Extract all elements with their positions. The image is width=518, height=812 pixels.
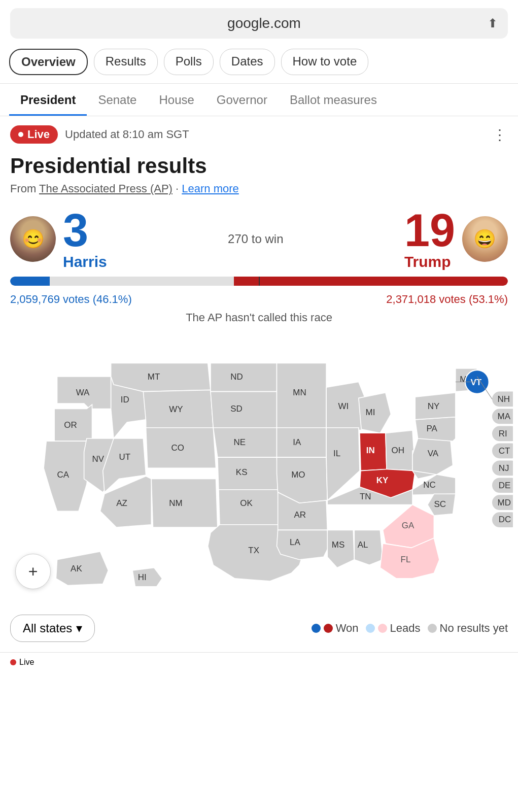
- svg-text:NV: NV: [92, 454, 105, 464]
- svg-text:NM: NM: [169, 498, 182, 508]
- svg-text:TX: TX: [248, 546, 259, 555]
- candidate-row: 😊 3 Harris 270 to win 19 Trump 😄: [10, 208, 508, 270]
- uncalled-text: The AP hasn't called this race: [10, 311, 508, 324]
- svg-text:PA: PA: [427, 424, 438, 433]
- legend-lightblue-dot: [366, 624, 375, 633]
- svg-text:WY: WY: [169, 404, 183, 414]
- svg-text:HI: HI: [138, 572, 147, 582]
- svg-text:IA: IA: [293, 437, 301, 447]
- zoom-button[interactable]: +: [15, 554, 51, 589]
- trump-electoral-votes: 19: [404, 208, 455, 253]
- svg-text:MS: MS: [332, 540, 344, 550]
- state-KS[interactable]: [218, 457, 278, 490]
- bottom-live-dot: [10, 659, 16, 665]
- svg-text:AK: AK: [71, 564, 82, 573]
- svg-text:CO: CO: [171, 443, 184, 453]
- legend-lightred-dot: [378, 624, 387, 633]
- svg-text:LA: LA: [290, 537, 300, 547]
- legend-blue-dot: [312, 624, 321, 633]
- nav-chip-polls[interactable]: Polls: [164, 49, 214, 75]
- svg-text:MT: MT: [148, 372, 160, 382]
- svg-text:WI: WI: [338, 401, 349, 411]
- svg-text:OH: OH: [392, 446, 404, 455]
- svg-text:KS: KS: [236, 467, 248, 477]
- vote-counts: 2,059,769 votes (46.1%) 2,371,018 votes …: [10, 293, 508, 306]
- svg-text:OK: OK: [240, 498, 253, 508]
- trump-avatar: 😄: [462, 216, 508, 262]
- state-IA[interactable]: [277, 428, 327, 457]
- state-NM[interactable]: [151, 479, 218, 528]
- state-MT[interactable]: [111, 363, 211, 391]
- svg-text:VT: VT: [471, 378, 482, 387]
- svg-text:IN: IN: [366, 446, 375, 455]
- svg-text:OR: OR: [64, 420, 77, 430]
- state-SD[interactable]: [211, 392, 277, 428]
- state-ND[interactable]: [211, 363, 277, 391]
- legend-no-results: No results yet: [428, 622, 508, 635]
- tab-president[interactable]: President: [9, 84, 87, 116]
- svg-text:CA: CA: [57, 470, 70, 480]
- bottom-controls: All states ▾ Won Leads No results yet: [0, 610, 518, 652]
- svg-text:SC: SC: [434, 499, 446, 509]
- svg-text:MI: MI: [366, 408, 375, 417]
- bottom-partial: Live: [0, 652, 518, 672]
- legend-red-dot: [324, 624, 333, 633]
- svg-text:RI: RI: [499, 429, 507, 438]
- svg-text:GA: GA: [402, 521, 415, 530]
- nav-chip-results[interactable]: Results: [94, 49, 158, 75]
- tab-senate[interactable]: Senate: [87, 84, 148, 116]
- live-badge: Live: [10, 125, 58, 144]
- tab-house[interactable]: House: [148, 84, 205, 116]
- top-nav: Overview Results Polls Dates How to vote: [0, 44, 518, 84]
- svg-text:ND: ND: [230, 372, 243, 382]
- source-prefix: From: [10, 182, 39, 195]
- svg-text:NH: NH: [498, 394, 510, 404]
- svg-text:MA: MA: [498, 412, 511, 421]
- legend-no-results-label: No results yet: [440, 622, 508, 635]
- legend-leads-label: Leads: [390, 622, 421, 635]
- trump-progress: [234, 277, 508, 286]
- svg-text:IL: IL: [333, 449, 340, 458]
- svg-text:SD: SD: [230, 404, 243, 414]
- trump-candidate: 19 Trump 😄: [404, 208, 508, 270]
- tab-ballot-measures[interactable]: Ballot measures: [279, 84, 388, 116]
- share-icon[interactable]: ⬆: [488, 16, 498, 30]
- all-states-button[interactable]: All states ▾: [10, 615, 95, 642]
- svg-text:AL: AL: [358, 540, 368, 550]
- legend-won: Won: [312, 622, 359, 635]
- updated-text: Updated at 8:10 am SGT: [65, 128, 189, 141]
- svg-text:DC: DC: [499, 515, 511, 524]
- svg-text:AR: AR: [294, 510, 306, 520]
- legend-gray-dot: [428, 624, 437, 633]
- nav-chip-overview[interactable]: Overview: [9, 49, 88, 75]
- bottom-live-label: Live: [19, 658, 34, 667]
- harris-name: Harris: [63, 253, 107, 270]
- nav-chip-dates[interactable]: Dates: [220, 49, 275, 75]
- svg-text:MO: MO: [291, 470, 305, 480]
- state-LA[interactable]: [277, 530, 329, 559]
- tab-governor[interactable]: Governor: [205, 84, 279, 116]
- svg-text:MD: MD: [498, 498, 511, 507]
- source-line: From The Associated Press (AP) · Learn m…: [10, 182, 508, 195]
- map-legend: Won Leads No results yet: [312, 622, 508, 635]
- us-electoral-map[interactable]: WA OR CA NV ID MT WY UT CO AZ NM ND: [5, 333, 513, 597]
- source-ap[interactable]: The Associated Press (AP): [39, 182, 172, 195]
- svg-text:NE: NE: [234, 437, 246, 447]
- live-label: Live: [27, 128, 50, 141]
- browser-bar: google.com ⬆: [10, 8, 508, 39]
- more-menu-icon[interactable]: ⋮: [493, 126, 508, 143]
- results-title: Presidential results: [10, 154, 508, 178]
- svg-text:WA: WA: [76, 388, 90, 397]
- svg-text:UT: UT: [119, 452, 131, 462]
- nav-chip-how-to-vote[interactable]: How to vote: [281, 49, 369, 75]
- learn-more-link[interactable]: Learn more: [182, 182, 239, 195]
- svg-text:AZ: AZ: [116, 498, 127, 508]
- harris-progress: [10, 277, 50, 286]
- live-dot-indicator: [18, 132, 23, 137]
- svg-text:MN: MN: [293, 388, 306, 397]
- svg-text:NJ: NJ: [499, 463, 509, 473]
- legend-leads: Leads: [366, 622, 421, 635]
- svg-text:NY: NY: [428, 401, 440, 411]
- browser-url[interactable]: google.com: [41, 15, 488, 31]
- harris-popular-votes: 2,059,769 votes (46.1%): [10, 293, 132, 306]
